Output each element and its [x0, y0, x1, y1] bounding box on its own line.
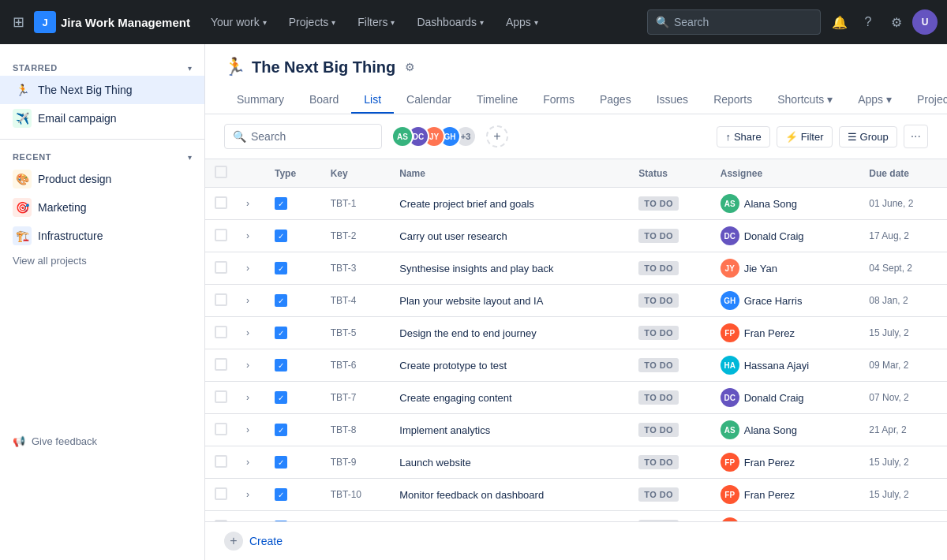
help-button[interactable]: ?: [855, 9, 881, 35]
tab-issues[interactable]: Issues: [644, 87, 701, 114]
select-all-checkbox[interactable]: [215, 166, 227, 178]
row-status[interactable]: TO DO: [629, 252, 710, 285]
col-key[interactable]: Key: [321, 159, 391, 188]
row-select-checkbox[interactable]: [215, 487, 227, 500]
row-checkbox[interactable]: [205, 349, 237, 382]
row-assignee[interactable]: FP Fran Perez: [711, 317, 860, 349]
row-name[interactable]: Monitor feedback on dashboard: [390, 479, 629, 511]
row-assignee[interactable]: FP Fran Perez: [711, 479, 860, 511]
row-name[interactable]: Plan your website layout and IA: [390, 285, 629, 317]
row-checkbox[interactable]: [205, 317, 237, 349]
row-name[interactable]: Create engaging content: [390, 382, 629, 414]
row-expand[interactable]: ›: [237, 252, 265, 285]
row-status[interactable]: TO DO: [629, 511, 710, 522]
row-assignee[interactable]: GH Grace Harris: [711, 285, 860, 317]
tab-project-settings[interactable]: Project settings: [904, 87, 947, 114]
sidebar-item-marketing[interactable]: 🎯 Marketing: [0, 193, 204, 222]
row-select-checkbox[interactable]: [215, 196, 227, 209]
row-status[interactable]: TO DO: [629, 479, 710, 511]
settings-button[interactable]: ⚙: [884, 9, 909, 35]
project-settings-icon[interactable]: ⚙: [405, 61, 415, 73]
row-expand[interactable]: ›: [237, 446, 265, 479]
col-name[interactable]: Name: [390, 159, 629, 188]
row-checkbox[interactable]: [205, 479, 237, 511]
list-search[interactable]: 🔍: [224, 124, 382, 149]
row-status[interactable]: TO DO: [629, 285, 710, 317]
sidebar-item-email-campaign[interactable]: ✈️ Email campaign: [0, 104, 204, 133]
row-select-checkbox[interactable]: [215, 423, 227, 435]
row-select-checkbox[interactable]: [215, 293, 227, 306]
notifications-button[interactable]: 🔔: [827, 9, 852, 35]
row-expand[interactable]: ›: [237, 349, 265, 382]
row-select-checkbox[interactable]: [215, 229, 227, 241]
row-checkbox[interactable]: [205, 188, 237, 220]
row-status[interactable]: TO DO: [629, 382, 710, 414]
create-row[interactable]: + Create: [205, 521, 947, 560]
nav-projects[interactable]: Projects ▾: [281, 11, 344, 33]
row-checkbox[interactable]: [205, 382, 237, 414]
collapse-starred-icon[interactable]: ▾: [188, 64, 192, 73]
row-expand[interactable]: ›: [237, 479, 265, 511]
col-assignee[interactable]: Assignee: [711, 159, 860, 188]
sidebar-item-next-big-thing[interactable]: 🏃 The Next Big Thing: [0, 76, 204, 104]
row-checkbox[interactable]: [205, 414, 237, 446]
row-expand[interactable]: ›: [237, 188, 265, 220]
row-expand[interactable]: ›: [237, 511, 265, 522]
row-assignee[interactable]: DC Donald Craig: [711, 220, 860, 252]
row-select-checkbox[interactable]: [215, 390, 227, 403]
row-expand[interactable]: ›: [237, 317, 265, 349]
share-button[interactable]: ↑ Share: [717, 126, 769, 147]
row-name[interactable]: Design the end to end journey: [390, 317, 629, 349]
apps-grid-icon[interactable]: ⊞: [9, 10, 28, 34]
row-assignee[interactable]: DC Donald Craig: [711, 382, 860, 414]
row-expand[interactable]: ›: [237, 220, 265, 252]
tab-forms[interactable]: Forms: [530, 87, 587, 114]
row-status[interactable]: TO DO: [629, 317, 710, 349]
row-status[interactable]: TO DO: [629, 446, 710, 479]
row-status[interactable]: TO DO: [629, 188, 710, 220]
row-select-checkbox[interactable]: [215, 455, 227, 468]
tab-calendar[interactable]: Calendar: [394, 87, 464, 114]
nav-your-work[interactable]: Your work ▾: [203, 11, 275, 33]
tab-list[interactable]: List: [351, 87, 394, 114]
row-name[interactable]: Synthesise insights and play back: [390, 252, 629, 285]
tab-shortcuts[interactable]: Shortcuts ▾: [765, 87, 845, 114]
give-feedback-button[interactable]: 📢 Give feedback: [0, 429, 204, 454]
row-expand[interactable]: ›: [237, 285, 265, 317]
row-status[interactable]: TO DO: [629, 220, 710, 252]
row-checkbox[interactable]: [205, 220, 237, 252]
more-options-button[interactable]: ···: [904, 125, 928, 148]
collapse-recent-icon[interactable]: ▾: [188, 153, 192, 162]
row-select-checkbox[interactable]: [215, 326, 227, 338]
row-checkbox[interactable]: [205, 511, 237, 522]
tab-board[interactable]: Board: [297, 87, 351, 114]
row-expand[interactable]: ›: [237, 414, 265, 446]
row-status[interactable]: TO DO: [629, 349, 710, 382]
tab-reports[interactable]: Reports: [701, 87, 765, 114]
user-avatar[interactable]: U: [912, 9, 938, 35]
row-assignee[interactable]: AS Alana Song: [711, 414, 860, 446]
tab-apps[interactable]: Apps ▾: [845, 87, 904, 114]
row-checkbox[interactable]: [205, 252, 237, 285]
row-assignee[interactable]: FP Fran Perez: [711, 446, 860, 479]
list-search-input[interactable]: [251, 130, 373, 143]
row-expand[interactable]: ›: [237, 382, 265, 414]
search-input[interactable]: [674, 16, 812, 28]
tab-pages[interactable]: Pages: [587, 87, 644, 114]
row-assignee[interactable]: FP Fran Perez: [711, 511, 860, 522]
row-name[interactable]: Create project brief and goals: [390, 188, 629, 220]
row-name[interactable]: Launch website: [390, 446, 629, 479]
row-assignee[interactable]: HA Hassana Ajayi: [711, 349, 860, 382]
row-name[interactable]: Implement analytics: [390, 414, 629, 446]
row-select-checkbox[interactable]: [215, 261, 227, 274]
row-assignee[interactable]: AS Alana Song: [711, 188, 860, 220]
sidebar-item-infrastructure[interactable]: 🏗️ Infrastructure: [0, 222, 204, 250]
global-search[interactable]: 🔍: [647, 9, 821, 35]
filter-button[interactable]: ⚡ Filter: [777, 126, 833, 147]
row-assignee[interactable]: JY Jie Yan: [711, 252, 860, 285]
col-due-date[interactable]: Due date: [859, 159, 947, 188]
view-all-projects-link[interactable]: View all projects: [0, 250, 204, 271]
col-status[interactable]: Status: [629, 159, 710, 188]
row-name[interactable]: Create prototype to test: [390, 349, 629, 382]
row-status[interactable]: TO DO: [629, 414, 710, 446]
